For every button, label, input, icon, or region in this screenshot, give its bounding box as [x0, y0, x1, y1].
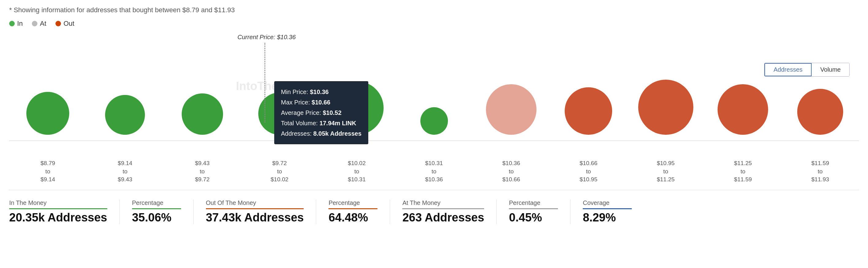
stats-divider	[9, 190, 859, 190]
stat-separator-2	[316, 199, 316, 224]
stat-block-2: Out Of The Money37.43k Addresses	[206, 199, 316, 224]
label-col-1: $9.14to$9.43	[86, 159, 164, 184]
stat-value-1: 35.06%	[132, 211, 181, 224]
label-col-9: $11.25to$11.59	[704, 159, 782, 184]
legend-out: Out	[56, 20, 74, 28]
stats-row: In The Money20.35k AddressesPercentage35…	[9, 196, 859, 224]
bubble-2[interactable]	[182, 93, 223, 135]
stat-value-4: 263 Addresses	[402, 211, 484, 224]
current-price-line	[265, 43, 265, 123]
stat-value-0: 20.35k Addresses	[9, 211, 107, 224]
stat-value-5: 0.45%	[509, 211, 558, 224]
bubble-col-6	[473, 40, 550, 135]
bubble-col-9	[704, 40, 782, 135]
tooltip-addresses: Addresses: 8.05k Addresses	[281, 128, 362, 139]
bubble-8[interactable]	[638, 80, 693, 135]
stat-block-6: Coverage8.29%	[583, 199, 644, 224]
stat-block-5: Percentage0.45%	[509, 199, 570, 224]
bubble-5[interactable]	[421, 107, 448, 135]
bubble-col-0	[9, 40, 86, 135]
stat-value-2: 37.43k Addresses	[206, 211, 304, 224]
legend: In At Out	[9, 20, 859, 28]
legend-at: At	[32, 20, 46, 28]
legend-dot-at	[32, 21, 37, 26]
tooltip-volume: Total Volume: 17.94m LINK	[281, 118, 362, 128]
stat-separator-3	[390, 199, 390, 224]
tooltip-max-price: Max Price: $10.66	[281, 97, 362, 107]
stat-separator-1	[193, 199, 194, 224]
bubble-col-7	[550, 40, 627, 135]
stat-label-4: At The Money	[402, 199, 484, 209]
legend-in: In	[9, 20, 23, 28]
label-col-0: $8.79to$9.14	[9, 159, 86, 184]
subtitle: * Showing information for addresses that…	[9, 6, 859, 14]
label-col-8: $10.95to$11.25	[627, 159, 704, 184]
bubble-col-1	[86, 40, 164, 135]
legend-label-in: In	[17, 20, 23, 28]
legend-label-at: At	[40, 20, 46, 28]
bubble-6[interactable]	[486, 84, 536, 135]
label-col-3: $9.72to$10.02	[241, 159, 318, 184]
bubble-9[interactable]	[718, 84, 768, 135]
stat-label-5: Percentage	[509, 199, 558, 209]
stat-separator-0	[120, 199, 120, 224]
legend-dot-out	[56, 21, 61, 26]
bubble-0[interactable]	[26, 92, 69, 135]
label-col-5: $10.31to$10.36	[395, 159, 472, 184]
bubble-col-2	[164, 40, 241, 135]
label-col-2: $9.43to$9.72	[164, 159, 241, 184]
bubble-col-10	[782, 40, 859, 135]
bubbles-container	[9, 40, 859, 135]
bubble-10[interactable]	[797, 89, 843, 135]
stat-separator-5	[570, 199, 570, 224]
stat-label-1: Percentage	[132, 199, 181, 209]
bubble-col-5	[395, 40, 472, 135]
stat-block-0: In The Money20.35k Addresses	[9, 199, 120, 224]
stat-block-1: Percentage35.06%	[132, 199, 193, 224]
label-col-6: $10.36to$10.66	[473, 159, 550, 184]
tooltip-avg-price: Average Price: $10.52	[281, 107, 362, 118]
bubble-1[interactable]	[105, 95, 145, 135]
tooltip-min-price: Min Price: $10.36	[281, 87, 362, 97]
stat-label-0: In The Money	[9, 199, 107, 209]
stat-block-3: Percentage64.48%	[329, 199, 390, 224]
stat-label-3: Percentage	[329, 199, 377, 209]
bubble-col-8	[627, 40, 704, 135]
tooltip: Min Price: $10.36 Max Price: $10.66 Aver…	[274, 81, 368, 144]
label-col-4: $10.02to$10.31	[318, 159, 395, 184]
stat-label-2: Out Of The Money	[206, 199, 304, 209]
stat-block-4: At The Money263 Addresses	[402, 199, 496, 224]
stat-separator-4	[496, 199, 497, 224]
stat-value-3: 64.48%	[329, 211, 377, 224]
bubble-7[interactable]	[565, 87, 612, 135]
labels-row: $8.79to$9.14$9.14to$9.43$9.43to$9.72$9.7…	[9, 159, 859, 184]
stat-value-6: 8.29%	[583, 211, 632, 224]
legend-label-out: Out	[63, 20, 74, 28]
chart-area: Current Price: $10.36 IntoThe Block Min …	[9, 34, 859, 156]
label-col-10: $11.59to$11.93	[782, 159, 859, 184]
label-col-7: $10.66to$10.95	[550, 159, 627, 184]
legend-dot-in	[9, 21, 15, 26]
stat-label-6: Coverage	[583, 199, 632, 209]
